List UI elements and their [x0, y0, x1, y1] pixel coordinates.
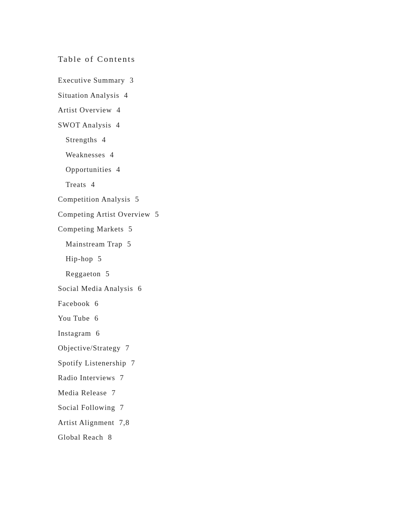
- toc-item: Competing Markets5: [58, 224, 352, 235]
- toc-item: Executive Summary3: [58, 75, 352, 86]
- toc-item-label: Reggaeton: [66, 269, 101, 280]
- toc-item-page: 7: [120, 372, 124, 384]
- toc-item-page: 5: [135, 194, 139, 205]
- toc-title: Table of Contents: [58, 54, 352, 64]
- toc-item: Opportunities4: [58, 164, 352, 175]
- toc-item-label: Facebook: [58, 298, 90, 309]
- toc-item-page: 6: [96, 328, 100, 339]
- toc-item-page: 8: [108, 432, 112, 443]
- toc-item-page: 7: [120, 402, 124, 413]
- toc-item-label: Executive Summary: [58, 75, 125, 86]
- toc-item-label: Mainstream Trap: [66, 239, 122, 250]
- toc-item-page: 5: [127, 239, 131, 250]
- toc-item-label: Situation Analysis: [58, 90, 119, 101]
- toc-item: Social Following7: [58, 402, 352, 413]
- toc-item-page: 7: [112, 388, 116, 399]
- toc-item: Treats4: [58, 179, 352, 190]
- toc-item-page: 4: [91, 179, 95, 190]
- toc-item-page: 4: [124, 90, 128, 101]
- toc-item-label: Spotify Listenership: [58, 358, 126, 369]
- toc-item-label: Social Following: [58, 402, 115, 413]
- toc-item-label: Opportunities: [66, 164, 112, 175]
- toc-item-label: Strengths: [66, 134, 97, 146]
- toc-item-page: 5: [106, 269, 110, 280]
- toc-item-label: Competing Artist Overview: [58, 209, 151, 220]
- toc-item-page: 6: [95, 313, 99, 324]
- toc-item-page: 7: [131, 358, 135, 369]
- toc-item-label: Hip-hop: [66, 253, 93, 265]
- toc-item-page: 5: [155, 209, 159, 220]
- toc-item-page: 4: [102, 134, 106, 146]
- toc-item-page: 4: [110, 150, 114, 161]
- toc-item-label: Treats: [66, 179, 86, 190]
- toc-item-page: 3: [130, 75, 134, 86]
- toc-item: Weaknesses4: [58, 150, 352, 161]
- toc-item: Artist Alignment7,8: [58, 417, 352, 428]
- toc-item-page: 6: [95, 298, 99, 309]
- toc-item-page: 7,8: [119, 417, 130, 428]
- toc-item-label: Global Reach: [58, 432, 103, 443]
- toc-item: Hip-hop5: [58, 253, 352, 265]
- toc-item: You Tube6: [58, 313, 352, 324]
- toc-item: Mainstream Trap5: [58, 239, 352, 250]
- toc-item-label: Competing Markets: [58, 224, 124, 235]
- toc-item-label: Radio Interviews: [58, 372, 115, 384]
- toc-item-label: Competition Analysis: [58, 194, 130, 205]
- toc-item: Radio Interviews7: [58, 372, 352, 384]
- toc-item: Social Media Analysis6: [58, 283, 352, 294]
- toc-item: Situation Analysis4: [58, 90, 352, 101]
- toc-item-label: Artist Alignment: [58, 417, 115, 428]
- toc-item: Artist Overview4: [58, 105, 352, 116]
- toc-item: Global Reach8: [58, 432, 352, 443]
- toc-item-label: Weaknesses: [66, 150, 105, 161]
- toc-item-page: 4: [116, 120, 120, 131]
- toc-item-page: 5: [129, 224, 133, 235]
- toc-item-label: Media Release: [58, 388, 107, 399]
- toc-item-label: Objective/Strategy: [58, 343, 121, 354]
- table-of-contents: Table of Contents Executive Summary3Situ…: [58, 54, 352, 443]
- toc-item: Competition Analysis5: [58, 194, 352, 205]
- toc-item-label: Social Media Analysis: [58, 283, 133, 294]
- toc-item-page: 5: [98, 253, 102, 265]
- toc-item: Spotify Listenership7: [58, 358, 352, 369]
- toc-item-label: Artist Overview: [58, 105, 112, 116]
- toc-item: Media Release7: [58, 388, 352, 399]
- toc-item: Reggaeton5: [58, 269, 352, 280]
- toc-item: Instagram6: [58, 328, 352, 339]
- toc-item-page: 4: [117, 105, 121, 116]
- toc-item: Strengths4: [58, 134, 352, 146]
- toc-item-label: SWOT Analysis: [58, 120, 112, 131]
- toc-item-page: 6: [138, 283, 142, 294]
- toc-item: Objective/Strategy7: [58, 343, 352, 354]
- toc-item-page: 4: [116, 164, 120, 175]
- toc-item-label: Instagram: [58, 328, 91, 339]
- toc-item: Competing Artist Overview5: [58, 209, 352, 220]
- toc-item: SWOT Analysis4: [58, 120, 352, 131]
- toc-item-page: 7: [125, 343, 130, 354]
- toc-item-label: You Tube: [58, 313, 90, 324]
- toc-item: Facebook6: [58, 298, 352, 309]
